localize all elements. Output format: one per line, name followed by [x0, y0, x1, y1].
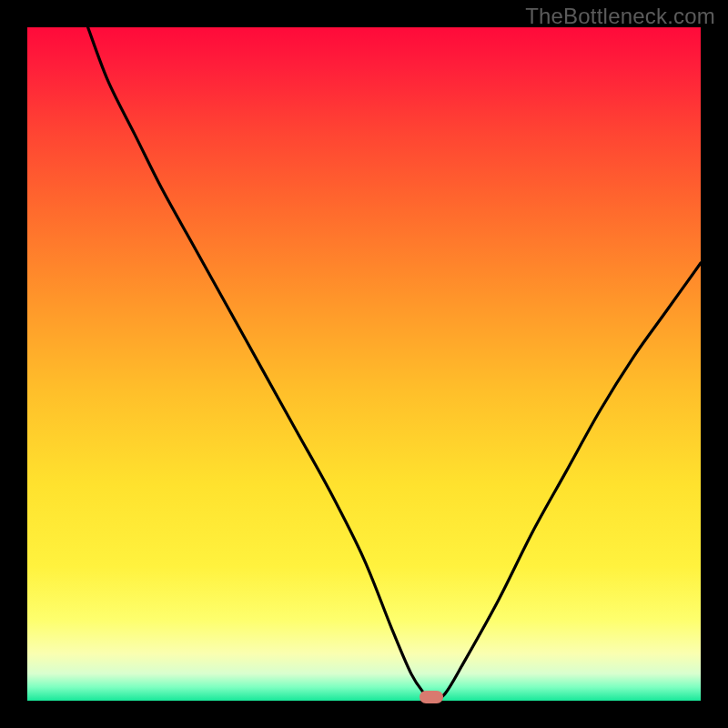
curve-path: [88, 27, 701, 701]
optimum-marker: [420, 691, 443, 703]
chart-frame: TheBottleneck.com: [0, 0, 728, 728]
plot-area: [27, 27, 701, 701]
bottleneck-curve: [27, 27, 701, 701]
watermark-text: TheBottleneck.com: [525, 4, 715, 29]
